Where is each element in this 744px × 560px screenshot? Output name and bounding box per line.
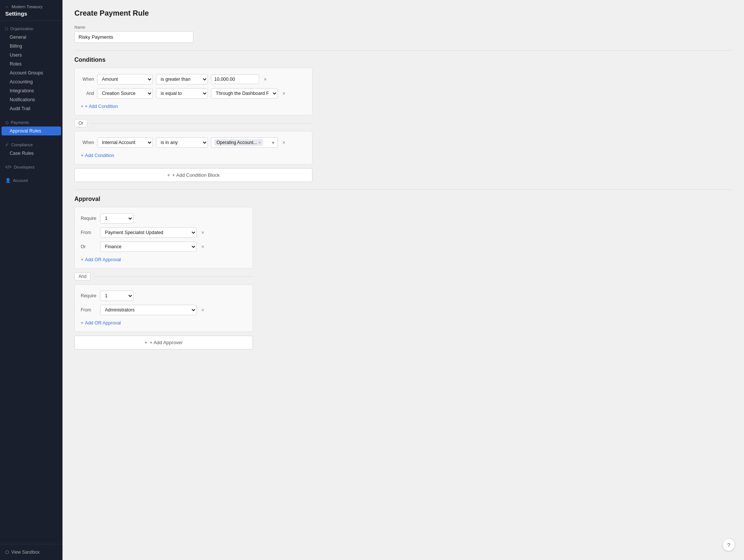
or-badge: Or	[74, 119, 87, 127]
approval-require-row-2: Require 1 2 3 All	[81, 291, 247, 301]
approval-from-row-2: From Administrators Finance Payment Spec…	[81, 305, 247, 315]
condition-operator-3[interactable]: is in any is not in any	[156, 137, 208, 148]
help-button[interactable]: ?	[722, 538, 735, 551]
sidebar-section-compliance: ✓ Compliance Case Rules	[0, 137, 62, 159]
or-line	[90, 123, 312, 124]
condition-operator-2[interactable]: is equal to is not equal to is in any	[156, 88, 208, 99]
view-sandbox-button[interactable]: ⬡ View Sandbox	[5, 548, 57, 556]
condition-value-2[interactable]: Through the Dashboard Fo...	[211, 88, 278, 99]
main-content: Create Payment Rule Name Conditions When…	[62, 0, 744, 560]
add-condition-1-button[interactable]: + + Add Condition	[81, 102, 118, 111]
condition-row-2: And Amount Creation Source Internal Acco…	[81, 88, 306, 99]
add-condition-2-button[interactable]: + Add Condition	[81, 151, 114, 160]
payments-icon: ◇	[5, 120, 9, 125]
condition-block-1: When Amount Creation Source Internal Acc…	[74, 68, 312, 115]
sidebar-item-general[interactable]: General	[1, 33, 61, 42]
help-icon: ?	[727, 542, 730, 548]
remove-condition-3-button[interactable]: ×	[281, 139, 287, 146]
compliance-icon: ✓	[5, 142, 9, 147]
tag-close-icon[interactable]: ×	[259, 140, 261, 145]
condition-field-1[interactable]: Amount Creation Source Internal Account …	[97, 74, 153, 84]
brand-name: Modern Treasury	[12, 4, 42, 9]
name-input[interactable]	[74, 31, 193, 43]
from-label-1: From	[81, 230, 97, 235]
sidebar-item-approval-rules[interactable]: Approval Rules	[1, 127, 61, 135]
sidebar-item-accounting[interactable]: Accounting	[1, 77, 61, 86]
sidebar-section-developers: </> Developers	[0, 159, 62, 173]
condition-block-2: When Amount Creation Source Internal Acc…	[74, 131, 312, 164]
sidebar-header: ← Modern Treasury Settings	[0, 0, 62, 21]
condition-row-3: When Amount Creation Source Internal Acc…	[81, 137, 306, 148]
add-approver-button[interactable]: + + Add Approver	[74, 336, 253, 349]
sidebar-item-roles[interactable]: Roles	[1, 60, 61, 68]
sidebar-item-account-groups[interactable]: Account Groups	[1, 68, 61, 77]
approval-from-row-1: From Payment Specialist Updated Finance …	[81, 227, 247, 238]
sidebar-brand: ← Modern Treasury	[5, 4, 57, 9]
add-condition-plus-icon-1: +	[81, 104, 83, 109]
name-field-section: Name	[74, 25, 732, 43]
sidebar-item-notifications[interactable]: Notifications	[1, 95, 61, 104]
add-condition-block-button[interactable]: + + Add Condition Block	[74, 168, 312, 182]
add-block-plus-icon: +	[167, 172, 170, 178]
from-label-2: From	[81, 307, 97, 313]
condition-row-1: When Amount Creation Source Internal Acc…	[81, 74, 306, 84]
developers-icon: </>	[5, 164, 12, 170]
sidebar-section-organization: □ Organization General Billing Users Rol…	[0, 21, 62, 115]
conditions-title: Conditions	[74, 50, 732, 63]
from-select-1[interactable]: Payment Specialist Updated Finance Admin…	[100, 227, 197, 238]
back-arrow-icon[interactable]: ←	[5, 4, 9, 9]
sidebar-section-payments: ◇ Payments Approval Rules	[0, 115, 62, 137]
sidebar-item-integrations[interactable]: Integrations	[1, 86, 61, 95]
condition-field-2[interactable]: Amount Creation Source Internal Account …	[97, 88, 153, 99]
name-label: Name	[74, 25, 732, 29]
operating-account-tag: Operating Account... ×	[214, 139, 263, 146]
when-label-1: When	[81, 77, 94, 82]
from-select-2[interactable]: Administrators Finance Payment Specialis…	[100, 305, 197, 315]
remove-from-1-button[interactable]: ×	[200, 229, 206, 236]
sidebar-item-case-rules[interactable]: Case Rules	[1, 149, 61, 158]
condition-multi-value-3[interactable]: Operating Account... × ▾	[211, 137, 278, 148]
sidebar-section-account: 👤 Account	[0, 173, 62, 186]
or-from-label-1: Or	[81, 244, 97, 249]
require-select-1[interactable]: 1 2 3 All	[100, 213, 134, 224]
add-or-approval-2-button[interactable]: + Add OR Approval	[81, 319, 121, 327]
account-icon: 👤	[5, 178, 11, 183]
sidebar-section-compliance-label: ✓ Compliance	[0, 141, 62, 149]
and-label-1: And	[81, 91, 94, 96]
require-label-1: Require	[81, 216, 97, 221]
require-select-2[interactable]: 1 2 3 All	[100, 291, 134, 301]
sidebar-section-payments-label: ◇ Payments	[0, 118, 62, 127]
page-title: Create Payment Rule	[74, 9, 732, 17]
sidebar-section-organization-label: □ Organization	[0, 25, 62, 33]
sandbox-icon: ⬡	[5, 550, 9, 555]
sidebar-section-developers-label[interactable]: </> Developers	[0, 163, 62, 171]
or-from-select-1[interactable]: Finance Payment Specialist Updated Admin…	[100, 241, 197, 252]
add-condition-plus-icon-2: +	[81, 153, 83, 158]
sidebar-item-users[interactable]: Users	[1, 51, 61, 60]
and-line	[93, 276, 253, 277]
require-label-2: Require	[81, 293, 97, 298]
remove-condition-2-button[interactable]: ×	[281, 90, 287, 97]
add-or-plus-icon-1: +	[81, 257, 83, 262]
add-approver-plus-icon: +	[145, 340, 148, 345]
condition-operator-1[interactable]: is greater than is less than is equal to…	[156, 74, 208, 84]
sidebar-section-account-label[interactable]: 👤 Account	[0, 176, 62, 185]
add-or-plus-icon-2: +	[81, 320, 83, 326]
or-separator: Or	[74, 119, 312, 127]
condition-field-3[interactable]: Amount Creation Source Internal Account …	[97, 137, 153, 148]
and-separator: And	[74, 272, 253, 281]
approval-or-row-1: Or Finance Payment Specialist Updated Ad…	[81, 241, 247, 252]
remove-condition-1-button[interactable]: ×	[262, 76, 268, 83]
approval-block-1: Require 1 2 3 All From Payment Specialis…	[74, 207, 253, 269]
sidebar-item-billing[interactable]: Billing	[1, 42, 61, 51]
condition-value-1[interactable]	[211, 74, 259, 84]
add-or-approval-1-button[interactable]: + Add OR Approval	[81, 256, 121, 264]
approval-title: Approval	[74, 189, 732, 202]
approval-block-2: Require 1 2 3 All From Administrators Fi…	[74, 284, 253, 332]
multi-select-chevron-icon: ▾	[272, 140, 275, 145]
remove-or-from-1-button[interactable]: ×	[200, 243, 206, 250]
organization-icon: □	[5, 26, 8, 31]
sidebar-footer: ⬡ View Sandbox	[0, 544, 62, 560]
sidebar-item-audit-trail[interactable]: Audit Trail	[1, 104, 61, 113]
remove-from-2-button[interactable]: ×	[200, 307, 206, 313]
